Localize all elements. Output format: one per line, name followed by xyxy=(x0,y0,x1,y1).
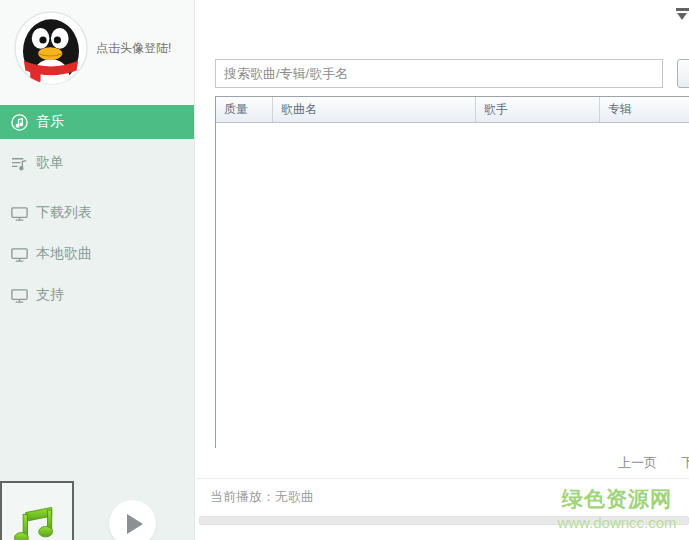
login-prompt[interactable]: 点击头像登陆! xyxy=(96,40,171,57)
sidebar-item-label: 支持 xyxy=(36,286,64,304)
column-header-artist[interactable]: 歌手 xyxy=(476,97,600,122)
sidebar-item-music[interactable]: 音乐 xyxy=(0,105,194,139)
sidebar-item-label: 音乐 xyxy=(36,113,64,131)
sidebar-item-label: 歌单 xyxy=(36,154,64,172)
menu-dropdown-icon[interactable] xyxy=(676,8,689,20)
table-header-row: 质量 歌曲名 歌手 专辑 xyxy=(216,97,689,123)
search-input[interactable] xyxy=(215,59,663,88)
sidebar-item-support[interactable]: 支持 xyxy=(0,278,194,312)
sidebar-item-label: 本地歌曲 xyxy=(36,245,92,263)
song-table: 质量 歌曲名 歌手 专辑 xyxy=(215,96,689,448)
album-art-placeholder xyxy=(0,481,74,540)
sidebar-item-label: 下载列表 xyxy=(36,204,92,222)
watermark-title: 绿色资源网 xyxy=(548,485,686,513)
green-music-note-icon xyxy=(11,497,63,540)
status-divider xyxy=(196,478,689,479)
monitor-icon xyxy=(10,204,29,223)
monitor-icon xyxy=(10,245,29,264)
sidebar: 点击头像登陆! 音乐 歌单 下载列表 xyxy=(0,0,195,540)
monitor-icon xyxy=(10,286,29,305)
qq-penguin-avatar[interactable] xyxy=(11,8,91,88)
sidebar-item-local-songs[interactable]: 本地歌曲 xyxy=(0,237,194,271)
sidebar-menu: 音乐 歌单 下载列表 本地歌曲 xyxy=(0,105,194,312)
search-button[interactable] xyxy=(677,59,689,88)
prev-page-link[interactable]: 上一页 xyxy=(618,454,657,472)
table-body-empty xyxy=(216,123,689,448)
profile-section: 点击头像登陆! xyxy=(0,0,194,105)
column-header-quality[interactable]: 质量 xyxy=(216,97,273,122)
sidebar-item-downloads[interactable]: 下载列表 xyxy=(0,196,194,230)
column-header-song-name[interactable]: 歌曲名 xyxy=(273,97,476,122)
next-page-link[interactable]: 下一页 xyxy=(681,454,689,472)
play-icon xyxy=(127,514,143,534)
play-button[interactable] xyxy=(109,500,156,540)
music-circle-icon xyxy=(10,113,29,132)
playlist-icon xyxy=(10,154,29,173)
playback-progress-bar[interactable] xyxy=(199,516,689,525)
now-playing-status: 当前播放：无歌曲 xyxy=(210,488,314,506)
column-header-album[interactable]: 专辑 xyxy=(600,97,689,122)
sidebar-item-playlist[interactable]: 歌单 xyxy=(0,146,194,180)
